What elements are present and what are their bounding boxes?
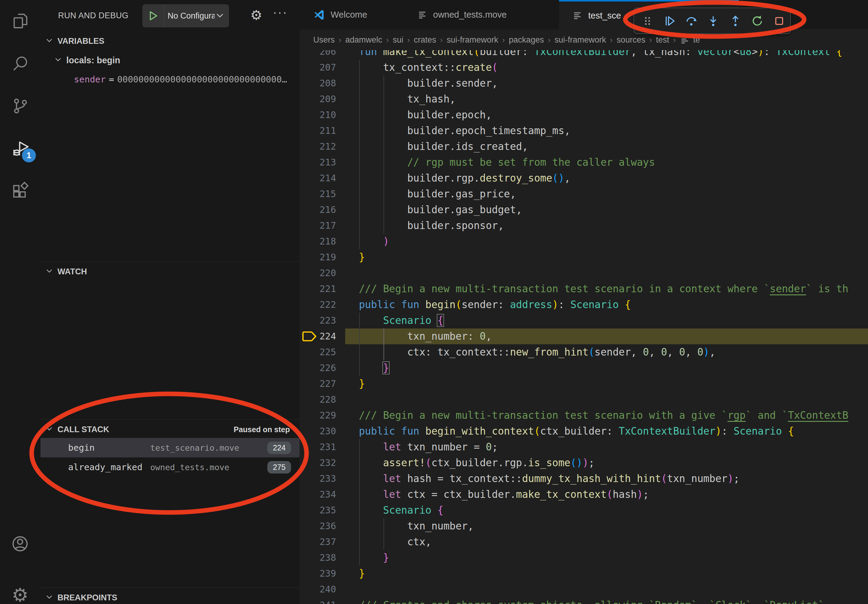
- call-stack-section-header[interactable]: CALL STACK Paused on step: [40, 420, 299, 439]
- step-into-button[interactable]: [702, 10, 724, 32]
- tab-label: test_sce: [588, 11, 621, 21]
- code-line-219[interactable]: 219}: [299, 249, 868, 265]
- breadcrumb-item[interactable]: sui-framework: [447, 35, 499, 45]
- code-line-210[interactable]: 210 builder.epoch,: [299, 107, 868, 123]
- code-line-216[interactable]: 216 builder.gas_budget,: [299, 202, 868, 218]
- line-number: 219: [299, 249, 336, 265]
- code-line-214[interactable]: 214 builder.rgp.destroy_some(),: [299, 170, 868, 186]
- activity-item-run-and-debug[interactable]: 1: [0, 130, 40, 167]
- breadcrumb-separator: ›: [606, 35, 617, 45]
- chevron-down-icon: [45, 36, 53, 46]
- code-line-235[interactable]: 235 Scenario {: [299, 502, 868, 518]
- step-over-button[interactable]: [680, 10, 702, 32]
- code-line-209[interactable]: 209 tx_hash,: [299, 91, 868, 107]
- activity-item-search[interactable]: [0, 45, 40, 82]
- code-line-221[interactable]: 221/// Begin a new multi-transaction tes…: [299, 281, 868, 297]
- line-number: 239: [299, 566, 336, 581]
- breadcrumb-separator: ›: [669, 35, 680, 45]
- debug-settings-gear-icon[interactable]: ⚙: [250, 7, 262, 23]
- step-out-button[interactable]: [724, 10, 746, 32]
- code-text: let ctx = ctx_builder.make_tx_context(ha…: [359, 486, 649, 502]
- breadcrumb-item[interactable]: crates: [414, 35, 436, 45]
- breadcrumb-item[interactable]: sui-framework: [555, 35, 606, 45]
- code-text: ): [359, 234, 389, 249]
- code-text: let txn_number = 0;: [359, 439, 498, 455]
- line-number: 240: [299, 581, 336, 597]
- frame-name: already_marked: [68, 462, 150, 472]
- activity-item-explorer[interactable]: [0, 3, 40, 39]
- restart-button[interactable]: [746, 10, 768, 32]
- code-text: txn_number,: [359, 518, 474, 534]
- code-line-218[interactable]: 218 ): [299, 234, 868, 249]
- code-line-225[interactable]: 225 ctx: tx_context::new_from_hint(sende…: [299, 344, 868, 360]
- code-line-239[interactable]: 239}: [299, 566, 868, 581]
- variable-row-sender[interactable]: sender = 0000000000000000000000000000000…: [74, 70, 299, 89]
- code-line-224[interactable]: 224 txn_number: 0,: [299, 328, 868, 344]
- tab-welcome[interactable]: Welcome: [299, 0, 404, 29]
- code-line-226[interactable]: 226 }: [299, 360, 868, 376]
- code-line-240[interactable]: 240: [299, 581, 868, 597]
- variables-scope-row[interactable]: locals: begin: [40, 51, 299, 70]
- debug-config-dropdown[interactable]: No Configura: [142, 4, 229, 27]
- breadcrumb-file[interactable]: te: [693, 35, 700, 45]
- breadcrumb-separator: ›: [544, 35, 555, 45]
- code-area[interactable]: 206fun make_tx_context(builder: TxContex…: [299, 0, 868, 604]
- code-line-241[interactable]: 241/// Creates and shares system objects…: [299, 597, 868, 604]
- call-stack-frame-begin[interactable]: begintest_scenario.move224: [40, 438, 299, 457]
- breadcrumb-item[interactable]: adamwelc: [345, 35, 382, 45]
- code-line-223[interactable]: 223 Scenario {: [299, 313, 868, 328]
- code-line-236[interactable]: 236 txn_number,: [299, 518, 868, 534]
- chevron-down-icon: [45, 593, 53, 603]
- code-line-227[interactable]: 227}: [299, 376, 868, 392]
- code-line-238[interactable]: 238 }: [299, 550, 868, 566]
- breadcrumb-item[interactable]: test: [656, 35, 670, 45]
- more-actions-icon[interactable]: ···: [273, 5, 288, 19]
- code-line-231[interactable]: 231 let txn_number = 0;: [299, 439, 868, 455]
- tab-owned_tests-move[interactable]: owned_tests.move: [404, 0, 559, 29]
- gear-icon: ⚙: [12, 584, 29, 604]
- line-number: 213: [299, 155, 336, 170]
- code-line-230[interactable]: 230public fun begin_with_context(ctx_bui…: [299, 423, 868, 439]
- breadcrumb-item[interactable]: packages: [509, 35, 544, 45]
- code-line-207[interactable]: 207 tx_context::create(: [299, 60, 868, 76]
- activity-item-source-control[interactable]: [0, 88, 40, 124]
- code-line-234[interactable]: 234 let ctx = ctx_builder.make_tx_contex…: [299, 486, 868, 502]
- continue-button[interactable]: [659, 10, 680, 32]
- code-line-222[interactable]: 222public fun begin(sender: address): Sc…: [299, 297, 868, 313]
- indent-guide: [359, 60, 360, 249]
- start-debug-icon[interactable]: [142, 4, 164, 27]
- code-line-213[interactable]: 213 // rgp must be set from the caller a…: [299, 155, 868, 170]
- code-line-211[interactable]: 211 builder.epoch_timestamp_ms,: [299, 123, 868, 139]
- indent-guide: [359, 313, 360, 376]
- line-number: 226: [299, 360, 336, 376]
- code-line-217[interactable]: 217 builder.sponsor,: [299, 218, 868, 234]
- breadcrumb-item[interactable]: sui: [393, 35, 403, 45]
- breakpoints-section-header[interactable]: BREAKPOINTS: [40, 588, 299, 604]
- stop-button[interactable]: [768, 10, 790, 32]
- variables-section-header[interactable]: VARIABLES: [40, 32, 299, 51]
- code-line-229[interactable]: 229/// Begin a new multi-transaction tes…: [299, 407, 868, 423]
- code-line-212[interactable]: 212 builder.ids_created,: [299, 139, 868, 155]
- activity-item-extensions[interactable]: [0, 172, 40, 209]
- call-stack-frame-already_marked[interactable]: already_markedowned_tests.move275: [40, 457, 299, 477]
- code-text: /// Begin a new multi-transaction test s…: [359, 281, 848, 297]
- code-line-232[interactable]: 232 assert!(ctx_builder.rgp.is_some());: [299, 455, 868, 471]
- code-line-237[interactable]: 237 ctx,: [299, 534, 868, 550]
- breadcrumb-item[interactable]: Users: [313, 35, 335, 45]
- code-line-220[interactable]: 220: [299, 265, 868, 281]
- line-number: 224: [299, 328, 336, 344]
- code-line-228[interactable]: 228: [299, 392, 868, 407]
- breadcrumb-item[interactable]: sources: [617, 35, 645, 45]
- line-number: 208: [299, 76, 336, 91]
- line-number: 225: [299, 344, 336, 360]
- gripper-icon: [637, 10, 659, 32]
- code-line-233[interactable]: 233 let hash = tx_context::dummy_tx_hash…: [299, 471, 868, 486]
- code-text: Scenario {: [359, 502, 443, 518]
- line-number: 207: [299, 60, 336, 76]
- code-line-208[interactable]: 208 builder.sender,: [299, 76, 868, 91]
- code-line-215[interactable]: 215 builder.gas_price,: [299, 186, 868, 202]
- watch-section-header[interactable]: WATCH: [40, 262, 299, 281]
- activity-item-settings[interactable]: ⚙: [0, 577, 40, 604]
- activity-item-account[interactable]: [0, 525, 40, 562]
- line-number: 229: [299, 407, 336, 423]
